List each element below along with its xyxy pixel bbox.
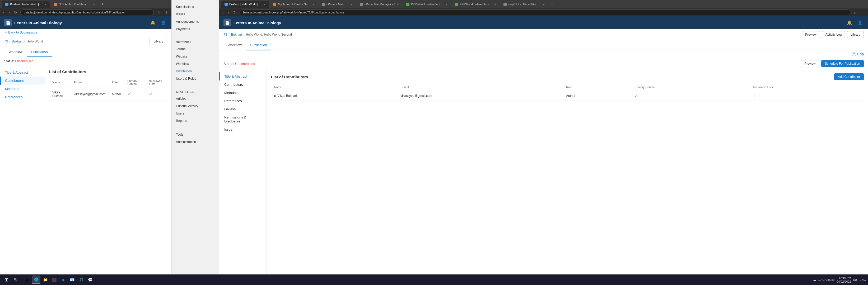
- menu-btn[interactable]: ⋮: [163, 10, 169, 15]
- preview-btn-status[interactable]: Preview: [801, 60, 819, 67]
- nav-announcements[interactable]: Announcements: [172, 18, 219, 25]
- nav-users-stats[interactable]: Users: [172, 110, 219, 117]
- help-button[interactable]: ? Help: [852, 52, 864, 56]
- taskbar-app-terminal[interactable]: ⬛: [50, 276, 58, 284]
- right-tab-close-4[interactable]: ✕: [397, 3, 399, 6]
- nav-editorial-activity[interactable]: Editorial Activity: [172, 102, 219, 110]
- right-tab-close-7[interactable]: ✕: [542, 3, 545, 6]
- right-tab-favicon-6: [455, 3, 458, 6]
- library-button-left[interactable]: Library: [150, 38, 167, 45]
- breadcrumb-number[interactable]: 73: [4, 40, 8, 43]
- contributors-section-title-right: List of Contributors: [271, 75, 308, 79]
- nav-reports[interactable]: Reports: [172, 117, 219, 124]
- right-tab-active[interactable]: Bukhari | Hello World | Letters In... ✕: [221, 1, 269, 8]
- forward-nav-btn[interactable]: ›: [8, 10, 11, 15]
- expand-arrow-right[interactable]: ▶: [274, 94, 277, 98]
- nav-articles[interactable]: Articles: [172, 95, 219, 102]
- star-btn[interactable]: ☆: [156, 10, 161, 15]
- right-tab-close-2[interactable]: ✕: [312, 3, 314, 6]
- reload-btn[interactable]: ↻: [13, 10, 18, 15]
- notification-icon[interactable]: 🔔: [149, 19, 157, 26]
- right-tab-close-5[interactable]: ✕: [445, 3, 447, 6]
- tab-publication-right[interactable]: Publication: [246, 40, 271, 50]
- nav-website[interactable]: Website: [172, 53, 219, 60]
- contributor-email-left: vikassyed@gmail.com: [70, 88, 108, 101]
- right-nav-permissions[interactable]: Permissions & Disclosure: [219, 113, 267, 126]
- right-nav-issue[interactable]: Issue: [219, 126, 267, 134]
- back-nav-btn[interactable]: ‹: [2, 10, 5, 15]
- left-tab-1-close[interactable]: ✕: [44, 3, 46, 6]
- nav-administration[interactable]: Administration: [172, 138, 219, 146]
- right-back-btn[interactable]: ‹: [221, 10, 225, 15]
- taskbar-app-chat[interactable]: 💬: [86, 276, 94, 284]
- taskbar-app-code[interactable]: ◈: [59, 276, 67, 284]
- right-tab-6[interactable]: PKPWorkflowHandler.inc.php ✕: [452, 1, 499, 8]
- schedule-publication-btn[interactable]: Schedule For Publication: [821, 60, 864, 67]
- right-tab-5[interactable]: PKPWorkflowHandler.inc.php ✕: [403, 1, 451, 8]
- library-btn-right[interactable]: Library: [847, 31, 864, 38]
- breadcrumb-author[interactable]: Bukhari: [12, 40, 23, 43]
- right-tab-2[interactable]: My Account Panel - Namecheap... ✕: [270, 1, 317, 8]
- right-nav-references[interactable]: References: [219, 97, 267, 105]
- tab-workflow-left[interactable]: Workflow: [4, 47, 27, 57]
- left-app-header: 📄 Letters In Animal Biology 🔔 👤: [0, 16, 172, 29]
- right-nav-contributors[interactable]: Contributors: [219, 80, 267, 89]
- taskbar-app-email[interactable]: 📧: [68, 276, 76, 284]
- right-notification-icon[interactable]: 🔔: [846, 19, 853, 26]
- left-tab-1-label: Bukhari | Hello World | Letters In...: [10, 3, 43, 6]
- taskbar-app-taskview[interactable]: ⧉: [23, 276, 31, 284]
- url-bar-left[interactable]: [20, 9, 154, 15]
- right-breadcrumb-author[interactable]: Bukhari: [231, 33, 242, 36]
- right-nav-title-abstract[interactable]: Title & Abstract: [219, 72, 267, 80]
- nav-workflow[interactable]: Workflow: [172, 60, 219, 68]
- contributor-row-right: ▶ Vikas Bukhari vikassyed@gmail.com Auth…: [271, 91, 864, 101]
- new-tab-button[interactable]: +: [99, 1, 106, 7]
- right-tab-close-0[interactable]: ✕: [264, 3, 266, 6]
- nav-title-abstract-left[interactable]: Title & Abstract: [0, 68, 44, 76]
- nav-distribution[interactable]: Distribution: [172, 68, 219, 75]
- nav-contributors-left[interactable]: Contributors: [0, 76, 44, 85]
- taskbar-app-browser[interactable]: 🌐: [32, 276, 40, 284]
- nav-issues[interactable]: Issues: [172, 10, 219, 18]
- right-user-avatar[interactable]: 👤: [857, 19, 864, 26]
- right-breadcrumb-number[interactable]: 73: [223, 33, 227, 36]
- help-circle-icon: ?: [852, 52, 856, 56]
- nav-tools[interactable]: Tools: [172, 131, 219, 138]
- left-tab-2-close[interactable]: ✕: [93, 3, 95, 6]
- tab-publication-left[interactable]: Publication: [27, 47, 52, 57]
- right-new-tab-btn[interactable]: +: [549, 1, 555, 7]
- right-nav-metadata[interactable]: Metadata: [219, 89, 267, 97]
- url-bar-right[interactable]: [240, 9, 850, 15]
- nav-references-left[interactable]: References: [0, 93, 44, 101]
- right-star-btn[interactable]: ☆: [852, 10, 858, 15]
- left-tab-1[interactable]: Bukhari | Hello World | Letters In... ✕: [2, 1, 50, 8]
- activity-log-btn[interactable]: Activity Log: [822, 31, 845, 38]
- right-reload-btn[interactable]: ↻: [232, 10, 238, 15]
- right-tab-7[interactable]: step3.tpl - cPanel File Manager... ✕: [500, 1, 548, 8]
- right-menu-btn[interactable]: ⋮: [860, 10, 866, 15]
- nav-metadata-left[interactable]: Metadata: [0, 85, 44, 93]
- contributors-table-left: Name E-mail Role Primary Contact In Brow…: [49, 77, 167, 101]
- right-forward-btn[interactable]: ›: [227, 10, 230, 15]
- left-tab-2[interactable]: OJS Author Dashboard Review B... ✕: [51, 1, 98, 8]
- col-name-left: Name: [49, 77, 70, 88]
- start-button[interactable]: ⊞: [2, 276, 10, 284]
- right-nav-galleys[interactable]: Galleys: [219, 105, 267, 113]
- right-tab-favicon-5: [406, 3, 409, 6]
- taskbar-search[interactable]: 🔍: [11, 278, 20, 282]
- taskbar-app-music[interactable]: 🎵: [77, 276, 85, 284]
- right-tab-close-6[interactable]: ✕: [494, 3, 496, 6]
- back-to-submissions[interactable]: ← Back to Submissions: [0, 29, 172, 36]
- right-tab-close-3[interactable]: ✕: [350, 3, 352, 6]
- taskbar-app-files[interactable]: 📁: [41, 276, 50, 284]
- right-tab-4[interactable]: cPanel File Manager v3 ✕: [356, 1, 402, 8]
- nav-submissions[interactable]: Submissions: [172, 3, 219, 10]
- add-contributor-btn[interactable]: Add Contributor: [834, 73, 864, 80]
- nav-journal[interactable]: Journal: [172, 45, 219, 53]
- user-avatar-left[interactable]: 👤: [160, 19, 167, 26]
- right-tab-3[interactable]: cPanel - Main ✕: [318, 1, 355, 8]
- tab-workflow-right[interactable]: Workflow: [223, 40, 246, 50]
- nav-users-roles[interactable]: Users & Roles: [172, 75, 219, 82]
- nav-payments[interactable]: Payments: [172, 25, 219, 33]
- preview-btn-header[interactable]: Preview: [802, 31, 820, 38]
